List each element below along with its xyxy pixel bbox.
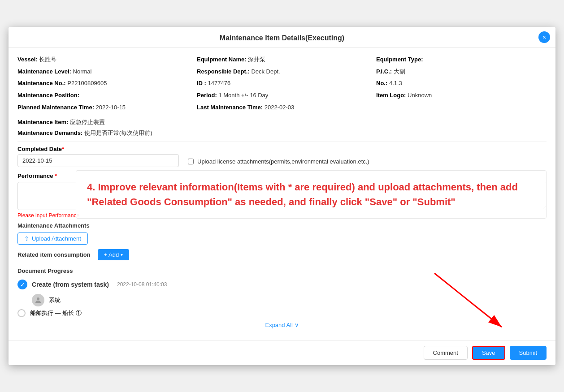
comment-label: Comment bbox=[433, 349, 458, 356]
completed-date-row: Completed Date* Upload license attachmen… bbox=[17, 146, 547, 167]
last-maintenance-label: Last Maintenance Time: bbox=[197, 104, 263, 111]
performance-error: Please input Performance bbox=[17, 212, 547, 219]
submit-button[interactable]: Submit bbox=[510, 346, 547, 360]
dropdown-arrow-icon: ▾ bbox=[121, 252, 123, 257]
maintenance-level-value: Normal bbox=[73, 68, 92, 75]
pic-value: 大副 bbox=[394, 68, 405, 75]
close-icon: × bbox=[542, 34, 546, 41]
responsible-dept-field: Responsible Dept.: Deck Dept. bbox=[197, 67, 367, 77]
step1-check-icon: ✓ bbox=[17, 280, 27, 289]
related-item-label: Related item consumption bbox=[17, 251, 91, 258]
period-label: Period: bbox=[197, 92, 217, 99]
upload-license-label: Upload license attachments(permits,envir… bbox=[197, 158, 369, 165]
close-button[interactable]: × bbox=[538, 31, 550, 43]
attachments-section: Maintenance Attachments ⇧ Upload Attachm… bbox=[17, 222, 547, 245]
period-field: Period: 1 Month +/- 16 Day bbox=[197, 91, 367, 100]
maintenance-item-value: 应急停止装置 bbox=[70, 119, 105, 125]
maintenance-position-field: Maintenance Position: bbox=[17, 91, 188, 100]
add-button[interactable]: + Add ▾ bbox=[98, 249, 130, 260]
info-grid: Vessel: 长胜号 Equipment Name: 深井泵 Equipmen… bbox=[17, 55, 547, 112]
maintenance-level-field: Maintenance Level: Normal bbox=[17, 67, 188, 77]
vessel-field: Vessel: 长胜号 bbox=[17, 55, 188, 65]
planned-time-value: 2022-10-15 bbox=[96, 104, 126, 111]
pic-label: P.I.C.: bbox=[376, 68, 392, 75]
planned-time-label: Planned Maintenance Time: bbox=[17, 104, 94, 111]
step1-date: 2022-10-08 01:40:03 bbox=[117, 281, 167, 288]
modal-body: Vessel: 长胜号 Equipment Name: 深井泵 Equipmen… bbox=[9, 48, 555, 340]
spacer bbox=[376, 103, 547, 112]
no-label: No.: bbox=[376, 80, 387, 86]
maintenance-demands-field: Maintenance Demands: 使用是否正常(每次使用前) bbox=[17, 129, 547, 138]
upload-icon: ⇧ bbox=[24, 235, 29, 242]
step2-label: 船舶执行 — 船长 ① bbox=[30, 309, 82, 317]
id-label: ID : bbox=[197, 80, 206, 86]
save-label: Save bbox=[482, 349, 495, 356]
doc-step-1-user: 系统 bbox=[32, 294, 547, 306]
step2-radio-icon bbox=[17, 309, 26, 317]
modal-title: Maintenance Item Details(Executing) bbox=[220, 34, 344, 42]
comment-button[interactable]: Comment bbox=[424, 346, 468, 360]
equipment-name-label: Equipment Name: bbox=[197, 56, 247, 63]
performance-section: Performance * Please input Performance bbox=[17, 172, 547, 219]
expand-all[interactable]: Expand All ∨ bbox=[17, 322, 547, 328]
completed-date-section: Completed Date* bbox=[17, 146, 179, 167]
equipment-name-value: 深井泵 bbox=[248, 56, 265, 63]
item-logo-value: Unknown bbox=[408, 92, 432, 99]
maintenance-no-field: Maintenance No.: P22100809605 bbox=[17, 79, 188, 88]
step1-user: 系统 bbox=[49, 296, 61, 304]
upload-license-row: Upload license attachments(permits,envir… bbox=[188, 158, 369, 165]
performance-label: Performance * bbox=[17, 172, 547, 179]
completed-date-label: Completed Date* bbox=[17, 146, 179, 152]
no-field: No.: 4.1.3 bbox=[376, 79, 547, 88]
maintenance-demands-value: 使用是否正常(每次使用前) bbox=[84, 129, 152, 136]
maintenance-demands-label: Maintenance Demands: bbox=[17, 129, 82, 136]
maintenance-level-label: Maintenance Level: bbox=[17, 68, 71, 75]
upload-attachment-label: Upload Attachment bbox=[32, 235, 81, 242]
responsible-dept-label: Responsible Dept.: bbox=[197, 68, 250, 75]
vessel-label: Vessel: bbox=[17, 56, 38, 63]
save-button[interactable]: Save bbox=[472, 346, 505, 360]
maintenance-item-field: Maintenance Item: 应急停止装置 bbox=[17, 118, 547, 127]
planned-time-field: Planned Maintenance Time: 2022-10-15 bbox=[17, 103, 188, 112]
expand-chevron-icon: ∨ bbox=[295, 322, 299, 328]
related-item-row: Related item consumption + Add ▾ bbox=[17, 249, 547, 260]
item-logo-label: Item Logo: bbox=[376, 92, 406, 99]
item-logo-field: Item Logo: Unknown bbox=[376, 91, 547, 100]
maintenance-no-value: P22100809605 bbox=[67, 80, 107, 86]
document-section: Document Progress ✓ Create (from system … bbox=[17, 267, 547, 317]
upload-license-checkbox[interactable] bbox=[188, 159, 194, 164]
modal-header: Maintenance Item Details(Executing) × bbox=[9, 27, 555, 48]
vessel-value: 长胜号 bbox=[39, 56, 56, 63]
performance-textarea[interactable] bbox=[17, 182, 547, 210]
equipment-type-label: Equipment Type: bbox=[376, 56, 423, 63]
doc-step-2: 船舶执行 — 船长 ① bbox=[17, 309, 547, 317]
last-maintenance-value: 2022-02-03 bbox=[265, 104, 295, 111]
id-field: ID : 1477476 bbox=[197, 79, 367, 88]
equipment-type-field: Equipment Type: bbox=[376, 55, 547, 65]
attachments-label: Maintenance Attachments bbox=[17, 222, 547, 229]
modal-footer: Comment Save Submit bbox=[9, 340, 555, 365]
equipment-name-field: Equipment Name: 深井泵 bbox=[197, 55, 367, 65]
maintenance-item-label: Maintenance Item: bbox=[17, 119, 68, 125]
step1-title: Create (from system task) bbox=[32, 281, 109, 288]
completed-date-input[interactable] bbox=[17, 154, 179, 167]
submit-label: Submit bbox=[519, 349, 537, 356]
responsible-dept-value: Deck Dept. bbox=[251, 68, 280, 75]
maintenance-no-label: Maintenance No.: bbox=[17, 80, 66, 86]
svg-point-0 bbox=[37, 297, 39, 300]
pic-field: P.I.C.: 大副 bbox=[376, 67, 547, 77]
no-value: 4.1.3 bbox=[389, 80, 402, 86]
id-value: 1477476 bbox=[208, 80, 231, 86]
last-maintenance-field: Last Maintenance Time: 2022-02-03 bbox=[197, 103, 367, 112]
maintenance-position-label: Maintenance Position: bbox=[17, 92, 79, 99]
doc-step-1: ✓ Create (from system task) 2022-10-08 0… bbox=[17, 280, 547, 289]
user-avatar bbox=[32, 294, 44, 306]
document-title: Document Progress bbox=[17, 267, 547, 274]
period-value: 1 Month +/- 16 Day bbox=[218, 92, 268, 99]
add-label: + Add bbox=[104, 251, 119, 258]
divider-1 bbox=[17, 142, 547, 142]
upload-attachment-button[interactable]: ⇧ Upload Attachment bbox=[17, 233, 88, 245]
